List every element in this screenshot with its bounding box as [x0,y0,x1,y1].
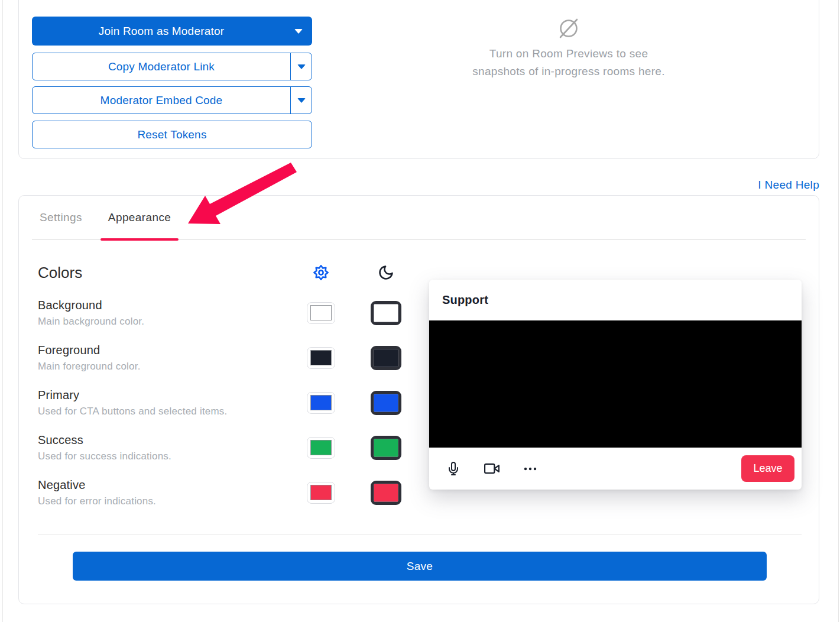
foreground-light-swatch[interactable] [307,347,335,369]
color-chip [374,439,398,457]
room-previews-message-line2: snapshots of in-progress rooms here. [374,63,764,80]
success-dark-swatch[interactable] [371,436,401,460]
reset-tokens-label: Reset Tokens [137,128,206,141]
moderator-button-stack: Join Room as Moderator Copy Moderator Li… [32,17,312,148]
negative-light-swatch[interactable] [307,482,335,504]
color-row-label: Background [38,299,288,312]
color-chip [374,394,398,412]
color-row-description: Used for error indications. [38,495,288,507]
color-chip [374,484,398,502]
color-chip [374,304,398,322]
color-row-label: Foreground [38,344,288,357]
tab-appearance-label: Appearance [108,211,171,224]
color-chip [310,395,332,410]
color-row-description: Main background color. [38,316,288,328]
page: Join Room as Moderator Copy Moderator Li… [0,0,840,622]
color-row-label: Primary [38,388,288,402]
colors-section-title: Colors [38,255,288,290]
color-row-success: Success Used for success indications. [38,425,288,470]
embed-code-dropdown-toggle[interactable] [290,87,312,114]
primary-light-swatch[interactable] [307,392,335,414]
tab-bar: Settings Appearance [32,196,806,240]
color-chip [310,485,332,500]
more-options-button[interactable] [523,461,538,477]
slashed-circle-icon [556,15,582,41]
crescent-moon-icon [378,264,394,281]
page-right-border [838,0,839,622]
color-chip [310,305,332,320]
room-previews-message-line1: Turn on Room Previews to see [374,45,764,63]
primary-dark-swatch[interactable] [371,391,401,415]
copy-moderator-link-label: Copy Moderator Link [108,60,215,73]
dark-mode-column-header[interactable] [353,255,419,290]
color-row-label: Negative [38,478,288,492]
room-previews-empty-state: Turn on Room Previews to see snapshots o… [374,5,764,80]
camera-button[interactable] [484,461,500,477]
microphone-button[interactable] [446,461,461,477]
copy-link-dropdown-toggle[interactable] [290,53,312,80]
active-tab-underline [100,238,179,241]
ellipsis-icon [523,461,538,477]
tab-settings-label: Settings [40,211,82,224]
preview-title: Support [442,293,488,307]
tab-settings[interactable]: Settings [32,196,90,239]
embed-code-label: Moderator Embed Code [100,94,223,107]
color-row-negative: Negative Used for error indications. [38,470,288,515]
background-light-swatch[interactable] [307,302,335,324]
chevron-down-icon [297,98,306,103]
microphone-icon [446,462,460,476]
section-divider [38,534,802,534]
page-left-border [2,0,3,622]
reset-tokens-button[interactable]: Reset Tokens [32,121,312,148]
need-help-link[interactable]: I Need Help [758,179,819,192]
video-camera-icon [484,461,500,477]
color-row-description: Main foreground color. [38,361,288,372]
annotation-arrow-shape [188,163,297,224]
light-mode-column-header[interactable] [288,255,353,290]
join-room-label: Join Room as Moderator [99,25,224,38]
leave-button[interactable]: Leave [741,455,794,482]
color-chip [374,349,398,367]
color-row-description: Used for CTA buttons and selected items. [38,406,288,417]
theme-preview-panel: Support [429,280,802,490]
color-row-description: Used for success indications. [38,451,288,462]
copy-moderator-link-button[interactable]: Copy Moderator Link [32,53,312,80]
preview-video-area [429,320,802,448]
chevron-down-icon[interactable] [294,29,303,34]
background-dark-swatch[interactable] [371,301,401,325]
color-chip [310,350,332,365]
color-row-primary: Primary Used for CTA buttons and selecte… [38,380,288,425]
save-button[interactable]: Save [73,552,767,581]
moderator-actions-card: Join Room as Moderator Copy Moderator Li… [18,0,819,159]
color-row-label: Success [38,433,288,447]
success-light-swatch[interactable] [307,437,335,459]
annotation-arrow [177,161,301,228]
moderator-embed-code-button[interactable]: Moderator Embed Code [32,86,312,114]
color-row-foreground: Foreground Main foreground color. [38,335,288,380]
join-room-as-moderator-button[interactable]: Join Room as Moderator [32,17,312,46]
gear-icon [313,264,329,281]
appearance-card: Settings Appearance Colors [18,195,819,604]
colors-section: Colors Background Main background color. [38,255,419,515]
foreground-dark-swatch[interactable] [371,346,401,370]
negative-dark-swatch[interactable] [371,481,401,505]
color-row-background: Background Main background color. [38,290,288,335]
preview-header: Support [429,280,802,320]
tab-appearance[interactable]: Appearance [100,196,179,239]
preview-controls-bar: Leave [429,448,802,490]
color-chip [310,440,332,455]
chevron-down-icon [297,64,306,69]
